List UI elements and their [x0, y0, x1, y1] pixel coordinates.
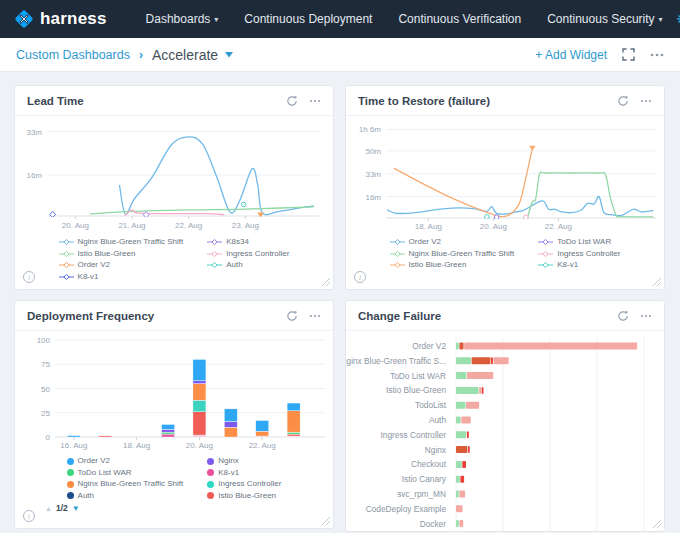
legend-item[interactable]: Istio Blue-Green	[59, 249, 184, 260]
legend-line-marker-icon	[207, 261, 222, 269]
nav-item-continuous-verification[interactable]: Continuous Verification	[398, 12, 521, 26]
legend-column: K8s34Ingress ControllerAuth	[207, 237, 289, 282]
legend-item[interactable]: Auth	[67, 491, 184, 502]
legend-page-indicator: 1/2	[56, 503, 68, 513]
nav-item-label: Continuous Security	[547, 12, 654, 26]
panel-header: Deployment Frequency	[15, 301, 333, 331]
setup-link[interactable]: Setup	[676, 12, 680, 26]
info-icon[interactable]	[23, 510, 35, 522]
change-failure-chart: Order V2Nginx Blue-Green Traffic S...ToD…	[346, 331, 664, 532]
legend-line-marker-icon	[538, 250, 553, 258]
refresh-icon[interactable]	[617, 95, 629, 107]
svg-text:100: 100	[37, 336, 51, 345]
resize-handle-icon[interactable]	[322, 278, 330, 286]
breadcrumb-custom-dashboards[interactable]: Custom Dashboards	[16, 48, 130, 62]
legend-item[interactable]: K8-v1	[538, 260, 620, 271]
legend-page-down-icon[interactable]: ▼	[72, 504, 80, 513]
legend-dot-icon	[207, 481, 214, 488]
svg-text:Auth: Auth	[429, 415, 446, 425]
nav-item-continuous-deployment[interactable]: Continuous Deployment	[244, 12, 372, 26]
legend-item[interactable]: Nginx Blue-Green Traffic Shift	[59, 237, 184, 248]
tile-more-icon[interactable]	[309, 99, 321, 103]
info-icon[interactable]	[354, 271, 366, 283]
harness-logo[interactable]: harness	[14, 9, 107, 29]
legend-label: Auth	[78, 491, 94, 502]
nav-item-dashboards[interactable]: Dashboards ▾	[146, 12, 219, 26]
legend-item[interactable]: Nginx	[207, 456, 281, 467]
legend-item[interactable]: K8-v1	[207, 468, 281, 479]
svg-text:50m: 50m	[365, 147, 381, 156]
legend-page-up-icon[interactable]: ▲	[45, 505, 52, 512]
legend-item[interactable]: Ingress Controller	[207, 479, 281, 490]
tile-more-icon[interactable]	[309, 314, 321, 318]
refresh-icon[interactable]	[286, 95, 298, 107]
svg-text:23. Aug: 23. Aug	[232, 221, 259, 230]
legend-item[interactable]: Order V2	[59, 260, 184, 271]
legend-item[interactable]: Istio Blue-Green	[390, 260, 515, 271]
gear-icon	[676, 13, 680, 25]
legend-dot-icon	[207, 469, 214, 476]
top-nav: harness Dashboards ▾ Continuous Deployme…	[0, 0, 680, 38]
tile-more-icon[interactable]	[640, 99, 652, 103]
legend-item[interactable]: K8-v1	[59, 272, 184, 283]
legend-dot-icon	[207, 492, 214, 499]
legend-item[interactable]: ToDo List WAR	[67, 468, 184, 479]
svg-text:Nginx: Nginx	[425, 445, 447, 455]
legend-label: K8s34	[226, 237, 249, 248]
resize-handle-icon[interactable]	[653, 520, 661, 528]
resize-handle-icon[interactable]	[653, 278, 661, 286]
legend-label: Order V2	[78, 456, 110, 467]
svg-text:18. Aug: 18. Aug	[123, 441, 150, 450]
svg-text:Docker: Docker	[420, 519, 447, 529]
time-to-restore-chart: 1h 6m50m33m16m18. Aug20. Aug22. Aug	[346, 116, 664, 234]
info-icon[interactable]	[23, 271, 35, 283]
svg-text:16m: 16m	[365, 193, 381, 202]
legend-label: Order V2	[78, 260, 110, 271]
legend-label: Nginx	[218, 456, 238, 467]
svg-text:21. Aug: 21. Aug	[118, 221, 145, 230]
legend-label: Nginx Blue-Green Traffic Shift	[409, 249, 515, 260]
refresh-icon[interactable]	[286, 310, 298, 322]
breadcrumb-chevron-icon: ›	[139, 48, 143, 62]
add-widget-button[interactable]: + Add Widget	[535, 48, 607, 62]
legend-line-marker-icon	[207, 250, 222, 258]
dashboard-dropdown-caret-icon[interactable]	[225, 52, 233, 58]
svg-text:18. Aug: 18. Aug	[415, 222, 442, 231]
resize-handle-icon[interactable]	[322, 517, 330, 525]
legend-label: Ingress Controller	[226, 249, 289, 260]
tile-more-icon[interactable]	[640, 314, 652, 318]
panel-title: Change Failure	[358, 310, 441, 322]
legend-item[interactable]: Ingress Controller	[207, 249, 289, 260]
legend-item[interactable]: Istio Blue-Green	[207, 491, 281, 502]
chevron-down-icon: ▾	[214, 15, 218, 24]
legend-label: K8-v1	[78, 272, 99, 283]
legend-item[interactable]: Nginx Blue-Green Traffic Shift	[67, 479, 184, 490]
svg-text:22. Aug: 22. Aug	[249, 441, 276, 450]
dashboard-more-icon[interactable]	[650, 53, 664, 57]
legend-item[interactable]: K8s34	[207, 237, 289, 248]
legend-label: K8-v1	[218, 468, 239, 479]
legend-label: Nginx Blue-Green Traffic Shift	[78, 237, 184, 248]
legend-item[interactable]: Nginx Blue-Green Traffic Shift	[390, 249, 515, 260]
nav-item-label: Dashboards	[146, 12, 211, 26]
svg-text:16m: 16m	[26, 171, 42, 180]
fullscreen-icon[interactable]	[622, 48, 635, 61]
legend-item[interactable]: Order V2	[390, 237, 515, 248]
legend-line-marker-icon	[59, 238, 74, 246]
time-to-restore-legend: Order V2Nginx Blue-Green Traffic ShiftIs…	[346, 237, 664, 271]
dashboard-content: Lead Time 33m16m20. Aug21. Aug22. Aug23.…	[0, 72, 680, 533]
refresh-icon[interactable]	[617, 310, 629, 322]
legend-column: Nginx Blue-Green Traffic ShiftIstio Blue…	[59, 237, 184, 282]
legend-item[interactable]: Order V2	[67, 456, 184, 467]
legend-item[interactable]: Auth	[207, 260, 289, 271]
legend-line-marker-icon	[390, 238, 405, 246]
legend-label: ToDo List WAR	[78, 468, 132, 479]
legend-item[interactable]: ToDo List WAR	[538, 237, 620, 248]
svg-text:22. Aug: 22. Aug	[175, 221, 202, 230]
legend-line-marker-icon	[59, 250, 74, 258]
legend-label: Istio Blue-Green	[218, 491, 276, 502]
legend-item[interactable]: Ingress Controller	[538, 249, 620, 260]
svg-text:ToDo List WAR: ToDo List WAR	[390, 371, 446, 381]
nav-item-continuous-security[interactable]: Continuous Security ▾	[547, 12, 662, 26]
svg-text:20. Aug: 20. Aug	[186, 441, 213, 450]
